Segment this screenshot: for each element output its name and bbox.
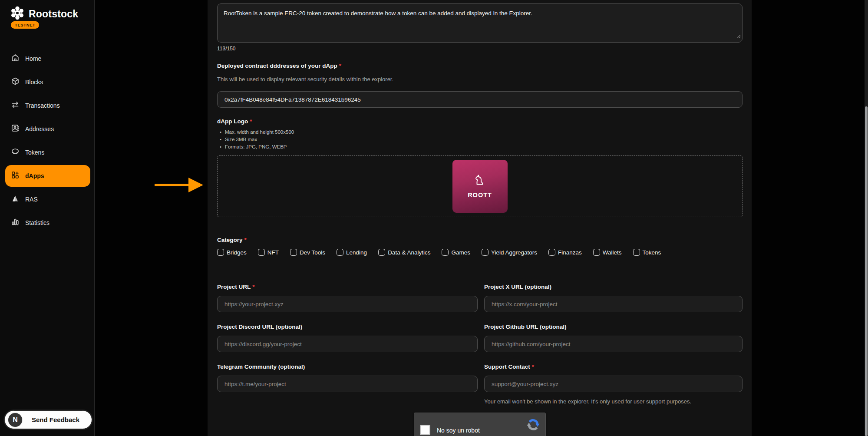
- project-url-label: Project URL*: [217, 284, 478, 290]
- dapp-logo-label: dApp Logo*: [217, 118, 743, 125]
- contract-address-input[interactable]: [217, 91, 743, 108]
- home-icon: [11, 53, 20, 64]
- sidebar-item-label: dApps: [25, 172, 44, 179]
- sidebar-item-transactions[interactable]: Transactions: [5, 95, 90, 116]
- checkbox[interactable]: [548, 249, 555, 256]
- sidebar-item-tokens[interactable]: Tokens: [5, 142, 90, 163]
- sidebar: Rootstock TESTNET Home Blocks Transacti: [0, 0, 95, 436]
- support-contact-label: Support Contact*: [484, 363, 743, 370]
- pointer-arrow-icon: [155, 176, 203, 195]
- project-url-input[interactable]: [217, 296, 478, 312]
- required-marker: *: [532, 363, 534, 370]
- checkbox[interactable]: [633, 249, 640, 256]
- dapps-grid-plus-icon: [11, 171, 20, 181]
- category-option-tokens[interactable]: Tokens: [633, 249, 661, 256]
- logo-preview-label: ROOTT: [468, 192, 492, 198]
- project-discord-url-input[interactable]: [217, 336, 478, 352]
- logo-rules-list: Max. width and height 500x500 Size 3MB m…: [220, 129, 743, 151]
- scrollbar-track[interactable]: [865, 0, 868, 436]
- logo-rule: Size 3MB max: [220, 136, 743, 143]
- category-option-games[interactable]: Games: [442, 249, 470, 256]
- support-contact-helper: Your email won't be shown in the explore…: [484, 398, 743, 405]
- checkbox[interactable]: [258, 249, 265, 256]
- category-option-dev-tools[interactable]: Dev Tools: [290, 249, 325, 256]
- field-project-url: Project URL*: [217, 284, 478, 312]
- recaptcha-widget: No soy un robot: [414, 413, 546, 436]
- dapp-form-panel: RootToken is a sample ERC-20 token creat…: [208, 0, 752, 436]
- sidebar-item-label: Blocks: [25, 79, 43, 86]
- category-option-data-analytics[interactable]: Data & Analytics: [378, 249, 430, 256]
- sidebar-item-label: Tokens: [25, 149, 44, 156]
- recaptcha-checkbox[interactable]: [420, 425, 430, 435]
- sidebar-item-addresses[interactable]: Addresses: [5, 118, 90, 140]
- rootstock-logo-icon: [10, 5, 25, 23]
- cube-icon: [11, 77, 20, 87]
- knight-icon: [473, 174, 486, 189]
- bar-chart-icon: [11, 218, 20, 228]
- recaptcha-logo-icon: [526, 418, 540, 433]
- contact-card-icon: [11, 124, 20, 134]
- sidebar-item-label: Addresses: [25, 126, 54, 132]
- field-support-contact: Support Contact* Your email won't be sho…: [484, 363, 743, 405]
- contract-addresses-label: Deployed contract dddresses of your dApp…: [217, 63, 743, 69]
- category-checkbox-row: Bridges NFT Dev Tools Lending Data & Ana…: [217, 249, 743, 256]
- sidebar-item-ras[interactable]: RAS: [5, 188, 90, 210]
- scrollbar-thumb[interactable]: [865, 106, 868, 436]
- category-option-yield-aggregators[interactable]: Yield Aggregators: [482, 249, 537, 256]
- coin-icon: [11, 147, 20, 158]
- logo-rule: Formats: JPG, PNG, WEBP: [220, 143, 743, 151]
- sidebar-item-label: Transactions: [25, 102, 60, 109]
- app-screen: Rootstock TESTNET Home Blocks Transacti: [0, 0, 868, 436]
- required-marker: *: [250, 118, 252, 125]
- sidebar-item-dapps[interactable]: dApps: [5, 165, 90, 187]
- support-contact-input[interactable]: [484, 376, 743, 392]
- required-marker: *: [252, 284, 254, 290]
- project-discord-url-label: Project Discord URL (optional): [217, 324, 478, 330]
- project-x-url-label: Project X URL (optional): [484, 284, 743, 290]
- sidebar-item-blocks[interactable]: Blocks: [5, 71, 90, 93]
- sidebar-item-label: Statistics: [25, 219, 50, 226]
- checkbox[interactable]: [482, 249, 488, 256]
- field-project-discord-url: Project Discord URL (optional): [217, 324, 478, 352]
- category-option-finanzas[interactable]: Finanzas: [548, 249, 582, 256]
- category-option-lending[interactable]: Lending: [337, 249, 367, 256]
- checkbox[interactable]: [290, 249, 297, 256]
- field-telegram-community: Telegram Community (optional): [217, 363, 478, 405]
- sidebar-item-label: RAS: [25, 196, 38, 203]
- checkbox[interactable]: [378, 249, 385, 256]
- project-github-url-input[interactable]: [484, 336, 743, 352]
- checkbox[interactable]: [337, 249, 343, 256]
- project-x-url-input[interactable]: [484, 296, 743, 312]
- testnet-badge: TESTNET: [11, 21, 39, 29]
- resize-handle[interactable]: [736, 32, 741, 40]
- swap-arrows-icon: [11, 100, 20, 111]
- checkbox[interactable]: [593, 249, 600, 256]
- feedback-avatar-icon: N: [8, 413, 23, 427]
- sidebar-item-home[interactable]: Home: [5, 48, 90, 69]
- logo-preview-tile: ROOTT: [452, 160, 508, 213]
- category-option-nft[interactable]: NFT: [258, 249, 279, 256]
- checkbox[interactable]: [442, 249, 449, 256]
- category-option-wallets[interactable]: Wallets: [593, 249, 622, 256]
- project-github-url-label: Project Github URL (optional): [484, 324, 743, 330]
- sidebar-nav: Home Blocks Transactions Addresses: [0, 48, 95, 234]
- triangle-icon: [11, 194, 20, 205]
- category-option-bridges[interactable]: Bridges: [217, 249, 247, 256]
- contract-addresses-helper: This will be used to display relevant se…: [217, 76, 743, 83]
- sidebar-item-statistics[interactable]: Statistics: [5, 212, 90, 234]
- logo-upload-dropzone[interactable]: ROOTT: [217, 155, 743, 217]
- sidebar-item-label: Home: [25, 55, 41, 62]
- required-marker: *: [339, 63, 341, 69]
- field-project-github-url: Project Github URL (optional): [484, 324, 743, 352]
- char-counter: 113/150: [217, 46, 743, 52]
- brand[interactable]: Rootstock: [10, 5, 78, 23]
- required-marker: *: [244, 237, 247, 243]
- category-label: Category*: [217, 237, 743, 243]
- telegram-community-input[interactable]: [217, 376, 478, 392]
- send-feedback-button[interactable]: N Send Feedback: [4, 410, 92, 429]
- dapp-description-textarea[interactable]: RootToken is a sample ERC-20 token creat…: [217, 3, 743, 43]
- url-fields-grid: Project URL* Project X URL (optional) Pr…: [217, 284, 743, 405]
- send-feedback-label: Send Feedback: [32, 416, 79, 423]
- telegram-community-label: Telegram Community (optional): [217, 363, 478, 370]
- checkbox[interactable]: [217, 249, 224, 256]
